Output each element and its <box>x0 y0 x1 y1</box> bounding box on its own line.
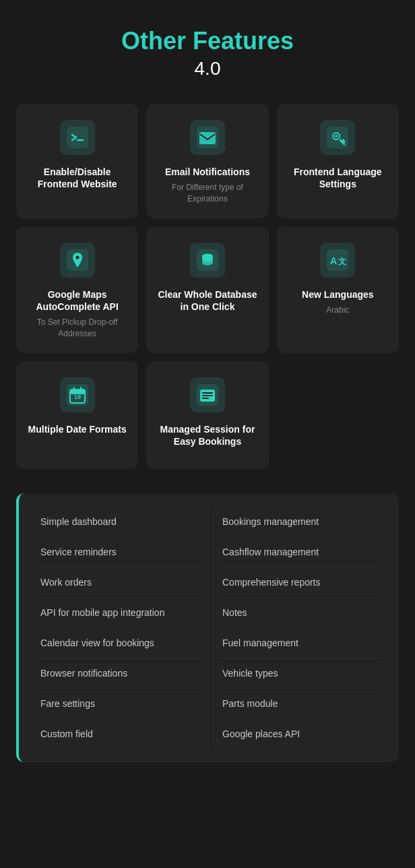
list-item-fuel-management: Fuel management <box>217 628 383 658</box>
feature-card-multiple-date: 19 Multiple Date Formats <box>16 361 138 469</box>
list-item-custom-field: Custom field <box>35 719 200 749</box>
feature-title-frontend-language: Frontend Language Settings <box>288 166 388 190</box>
svg-text:文: 文 <box>338 257 346 266</box>
page-title: Other Features <box>13 27 402 55</box>
feature-card-clear-database: Clear Whole Database in One Click <box>146 226 268 353</box>
feature-list-left: Simple dashboard Service reminders Work … <box>35 507 209 749</box>
translate-icon: A 文 <box>320 243 355 278</box>
calendar-icon: 19 <box>60 377 95 412</box>
feature-title-new-languages: New Languages <box>302 288 374 301</box>
list-item-bookings-management: Bookings management <box>217 507 383 537</box>
feature-card-new-languages: A 文 New Languages Arabic <box>277 226 399 353</box>
page-wrapper: Other Features 4.0 Enable/Disable Fronte… <box>0 0 415 762</box>
features-grid: Enable/Disable Frontend Website Email No… <box>0 93 415 480</box>
feature-subtitle-email-notifications: For Different type of Expirations <box>157 182 257 205</box>
feature-subtitle-new-languages: Arabic <box>326 305 349 316</box>
feature-card-frontend-language: Frontend Language Settings <box>277 104 399 218</box>
list-item-google-places: Google places API <box>217 719 383 749</box>
feature-card-email-notifications: Email Notifications For Different type o… <box>146 104 268 218</box>
list-item-browser-notifications: Browser notifications <box>35 658 200 689</box>
list-item-cashflow-management: Cashflow management <box>217 537 383 567</box>
svg-rect-0 <box>67 127 88 148</box>
list-item-vehicle-types: Vehicle types <box>217 658 383 689</box>
list-item-fare-settings: Fare settings <box>35 689 200 719</box>
feature-title-enable-disable: Enable/Disable Frontend Website <box>27 166 127 190</box>
list-item-calendar-view: Calendar view for bookings <box>35 628 200 658</box>
feature-title-multiple-date: Multiple Date Formats <box>28 423 127 435</box>
frontend-settings-icon <box>320 120 355 155</box>
database-icon <box>190 243 225 278</box>
list-item-simple-dashboard: Simple dashboard <box>35 507 200 537</box>
session-icon <box>190 377 225 412</box>
terminal-icon <box>60 120 95 155</box>
feature-list-grid: Simple dashboard Service reminders Work … <box>35 507 383 749</box>
svg-rect-4 <box>327 127 348 148</box>
feature-title-google-maps: Google Maps AutoComplete API <box>27 288 127 313</box>
list-item-work-orders: Work orders <box>35 567 200 598</box>
svg-point-15 <box>202 260 213 265</box>
svg-text:A: A <box>330 255 337 266</box>
list-item-service-reminders: Service reminders <box>35 537 200 567</box>
list-item-comprehensive-reports: Comprehensive reports <box>217 567 383 598</box>
svg-point-6 <box>335 135 338 137</box>
page-header: Other Features 4.0 <box>0 0 415 93</box>
feature-title-clear-database: Clear Whole Database in One Click <box>157 288 257 313</box>
list-item-parts-module: Parts module <box>217 689 383 719</box>
mail-icon <box>190 120 225 155</box>
feature-title-managed-session: Managed Session for Easy Bookings <box>157 423 257 447</box>
map-pin-icon <box>60 243 95 278</box>
feature-subtitle-google-maps: To Set Pickup Drop-off Addresses <box>27 317 127 340</box>
feature-card-managed-session: Managed Session for Easy Bookings <box>146 361 268 469</box>
list-item-notes: Notes <box>217 598 383 628</box>
feature-list-right: Bookings management Cashflow management … <box>209 507 383 749</box>
feature-list-section: Simple dashboard Service reminders Work … <box>16 493 399 762</box>
feature-card-google-maps: Google Maps AutoComplete API To Set Pick… <box>16 226 138 353</box>
list-item-api-mobile: API for mobile app integration <box>35 598 200 628</box>
svg-point-10 <box>75 255 79 259</box>
svg-rect-3 <box>200 133 215 144</box>
feature-title-email-notifications: Email Notifications <box>165 166 250 178</box>
feature-card-enable-disable: Enable/Disable Frontend Website <box>16 104 138 218</box>
svg-text:19: 19 <box>74 394 81 400</box>
page-version: 4.0 <box>13 58 402 80</box>
